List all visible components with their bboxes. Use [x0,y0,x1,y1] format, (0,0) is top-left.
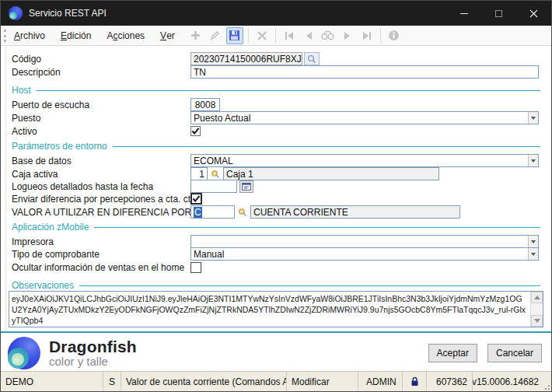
row-tipo-comprobante: Tipo de comprobante Manual [12,247,539,261]
minimize-icon [460,13,468,14]
close-button[interactable] [516,1,551,26]
previous-record-button[interactable] [300,27,317,44]
next-record-icon [344,31,351,40]
caja-activa-lookup-button[interactable] [209,167,222,180]
search-button[interactable] [320,27,337,44]
row-valor-diferencia: VALOR A UTILIZAR EN DIFERENCIA POR... C … [12,205,539,219]
tipo-comprobante-label: Tipo de comprobante [12,249,190,260]
menu-edicion[interactable]: Edición [53,26,99,45]
cancelar-button[interactable]: Cancelar [487,344,542,362]
row-impresora: Impresora [12,235,539,248]
save-floppy-icon [229,30,240,41]
delete-button[interactable] [253,27,271,44]
check-icon [191,127,200,135]
menu-archivo[interactable]: Archivo [6,26,53,45]
codigo-field[interactable]: 20230714150006RUF8XJ [190,52,302,65]
menu-ver[interactable]: Ver [152,26,183,45]
window-title: Servicio REST API [29,8,107,19]
logueos-label: Logueos detallados hasta la fecha [12,181,190,192]
ocultar-info-checkbox[interactable] [190,262,201,273]
window-controls [446,1,551,26]
first-record-button[interactable] [281,27,298,44]
codigo-lookup-button[interactable] [304,52,320,65]
observaciones-scrollbar[interactable] [530,292,543,327]
previous-record-icon [305,31,313,40]
tipo-comprobante-value: Manual [190,247,539,261]
puesto-label: Puesto [12,113,190,124]
section-parametros: Parámetros de entorno [12,140,540,152]
impresora-dropdown-button[interactable] [528,236,538,247]
logueos-fecha-input[interactable] [190,180,237,193]
logueos-calendar-button[interactable] [239,180,253,193]
impresora-combobox[interactable] [190,235,539,248]
scroll-up-button[interactable] [531,292,543,303]
form-panel: Código 20230714150006RUF8XJ Descripción … [1,46,551,331]
base-datos-combobox[interactable]: ECOMAL [190,154,539,167]
enviar-diferencia-checkbox[interactable] [190,193,202,205]
valor-diferencia-code-input[interactable]: C [190,205,235,219]
row-base-datos: Base de datos ECOMAL [12,154,539,167]
brand-block: Dragonfish color y talle [49,338,137,368]
puerto-input[interactable]: 8008 [190,98,220,111]
chevron-down-icon [531,117,536,120]
maximize-button[interactable] [481,1,516,26]
add-button[interactable] [187,27,204,44]
info-button[interactable] [386,27,403,44]
row-caja-activa: Caja activa 1 Caja 1 [12,167,539,180]
row-activo: Activo [12,124,539,138]
caja-activa-description: Caja 1 [223,167,439,180]
toolbar-separator [275,29,276,43]
first-record-icon [284,31,295,40]
titlebar: Servicio REST API [1,1,551,26]
brand-name: Dragonfish [49,338,137,355]
check-icon [192,194,201,203]
row-puerto: Puerto de escucha 8008 [12,98,539,111]
edit-pencil-icon [209,30,221,41]
caja-activa-code-input[interactable]: 1 [190,167,208,180]
calendar-icon [242,182,251,191]
descripcion-label: Descripción [12,67,190,78]
activo-checkbox[interactable] [190,126,201,136]
chevron-down-icon [531,159,536,163]
dragonfish-app-icon [9,6,23,20]
row-codigo: Código 20230714150006RUF8XJ [12,52,539,65]
footer: Dragonfish color y talle Aceptar Cancela… [1,331,551,373]
puesto-dropdown-button[interactable] [528,112,538,124]
status-mode: Modificar [287,372,358,391]
section-host: Host [12,84,540,96]
resize-grip[interactable] [543,383,550,390]
impresora-label: Impresora [12,236,190,247]
row-descripcion: Descripción TN [12,65,539,79]
puesto-combobox[interactable]: Puesto Actual [190,111,539,124]
minimize-button[interactable] [446,1,481,26]
observaciones-textarea[interactable]: eyJ0eXAiOiJKV1QiLCJhbGciOiJIUzI1NiJ9.eyJ… [9,291,543,327]
impresora-value [190,235,539,248]
binoculars-search-icon [321,30,334,40]
info-icon [388,30,400,41]
toolbar-separator [248,29,249,43]
caja-activa-label: Caja activa [12,169,190,180]
dragonfish-logo [7,336,41,370]
maximize-icon [495,10,502,17]
arrow-down-icon [534,319,540,323]
next-record-button[interactable] [339,27,356,44]
tipo-comprobante-dropdown-button[interactable] [528,248,538,260]
last-record-button[interactable] [358,27,376,44]
valor-diferencia-lookup-button[interactable] [236,205,249,219]
descripcion-input[interactable]: TN [190,65,539,79]
puesto-value: Puesto Actual [190,111,539,124]
edit-button[interactable] [207,27,224,44]
base-datos-label: Base de datos [12,156,190,166]
scroll-down-button[interactable] [531,315,543,327]
section-rule [79,285,540,286]
base-datos-dropdown-button[interactable] [528,155,538,166]
menu-acciones[interactable]: Acciones [99,26,152,45]
section-observaciones: Observaciones [12,279,540,291]
magnifier-icon [307,54,316,64]
status-number: 607362 [427,372,473,391]
save-button[interactable] [226,27,243,44]
aceptar-button[interactable]: Aceptar [428,344,477,362]
arrow-up-icon [534,296,540,299]
toolbar [187,27,403,44]
tipo-comprobante-combobox[interactable]: Manual [190,247,539,261]
